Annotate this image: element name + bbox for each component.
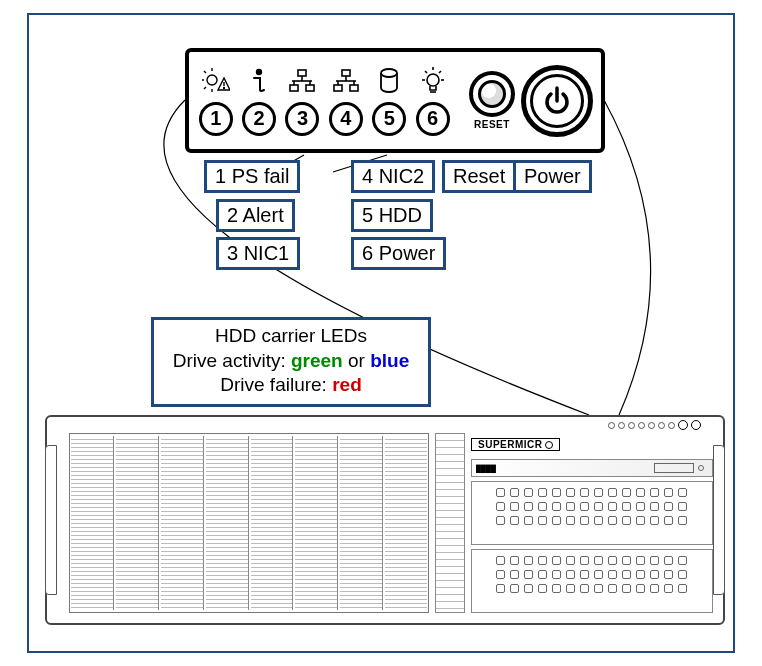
label-nic1: 3 NIC1 bbox=[216, 237, 300, 270]
led-1: 1 bbox=[197, 66, 234, 136]
psu-module-1 bbox=[471, 481, 713, 545]
svg-rect-17 bbox=[306, 85, 314, 91]
svg-point-26 bbox=[427, 74, 439, 86]
svg-rect-16 bbox=[290, 85, 298, 91]
label-power-led: 6 Power bbox=[351, 237, 446, 270]
mid-vent-strip bbox=[435, 433, 465, 613]
psu-module-2 bbox=[471, 549, 713, 613]
cylinder-icon bbox=[374, 66, 404, 96]
network-icon bbox=[331, 66, 361, 96]
hdd-box-title: HDD carrier LEDs bbox=[160, 324, 422, 349]
label-reset: Reset bbox=[442, 160, 516, 193]
label-alert: 2 Alert bbox=[216, 199, 295, 232]
network-icon bbox=[287, 66, 317, 96]
hdd-led-info-box: HDD carrier LEDs Drive activity: green o… bbox=[151, 317, 431, 407]
svg-rect-23 bbox=[334, 85, 342, 91]
reset-button-label: RESET bbox=[474, 119, 510, 130]
label-ps-fail: 1 PS fail bbox=[204, 160, 300, 193]
svg-point-25 bbox=[381, 69, 397, 77]
label-power: Power bbox=[513, 160, 592, 193]
hdd-box-failure: Drive failure: red bbox=[160, 373, 422, 398]
led-number-5: 5 bbox=[372, 102, 406, 136]
svg-line-7 bbox=[204, 87, 206, 89]
led-5: 5 bbox=[371, 66, 408, 136]
drive-bay[interactable] bbox=[71, 436, 114, 610]
bulb-icon bbox=[418, 66, 448, 96]
drive-bay[interactable] bbox=[206, 436, 249, 610]
led-3: 3 bbox=[284, 66, 321, 136]
mini-power-icon[interactable] bbox=[691, 420, 701, 430]
drive-bay[interactable] bbox=[116, 436, 159, 610]
light-warning-icon bbox=[201, 66, 231, 96]
server-chassis: SUPERMICR ████ bbox=[45, 415, 725, 625]
led-number-1: 1 bbox=[199, 102, 233, 136]
led-number-4: 4 bbox=[329, 102, 363, 136]
svg-rect-11 bbox=[298, 70, 306, 76]
hdd-box-activity: Drive activity: green or blue bbox=[160, 349, 422, 374]
activity-or: or bbox=[343, 350, 370, 371]
chassis-control-strip bbox=[465, 419, 707, 431]
drive-bay[interactable] bbox=[385, 436, 427, 610]
mini-reset-icon[interactable] bbox=[678, 420, 688, 430]
drive-bay[interactable] bbox=[340, 436, 383, 610]
svg-point-10 bbox=[257, 69, 261, 73]
info-icon bbox=[244, 66, 274, 96]
svg-point-9 bbox=[223, 87, 224, 88]
power-button[interactable] bbox=[521, 65, 593, 137]
failure-prefix: Drive failure: bbox=[220, 374, 332, 395]
diagram-frame: 1 2 3 4 5 bbox=[27, 13, 735, 653]
brand-badge: SUPERMICR bbox=[471, 438, 560, 451]
right-module-stack: SUPERMICR ████ bbox=[471, 433, 713, 613]
activity-blue: blue bbox=[370, 350, 409, 371]
control-panel-callout: 1 2 3 4 5 bbox=[185, 48, 605, 153]
activity-prefix: Drive activity: bbox=[173, 350, 291, 371]
led-6: 6 bbox=[414, 66, 451, 136]
activity-green: green bbox=[291, 350, 343, 371]
drive-bay[interactable] bbox=[251, 436, 294, 610]
failure-red: red bbox=[332, 374, 362, 395]
svg-rect-24 bbox=[350, 85, 358, 91]
rack-ear-left bbox=[45, 445, 57, 595]
power-icon bbox=[540, 84, 574, 118]
drive-bay[interactable] bbox=[161, 436, 204, 610]
led-4: 4 bbox=[327, 66, 364, 136]
drive-bay[interactable] bbox=[295, 436, 338, 610]
reset-button[interactable]: RESET bbox=[469, 71, 515, 130]
rack-ear-right bbox=[713, 445, 725, 595]
svg-line-30 bbox=[425, 71, 427, 73]
led-number-3: 3 bbox=[285, 102, 319, 136]
svg-line-6 bbox=[204, 71, 206, 73]
optical-control-strip: ████ bbox=[471, 459, 713, 477]
led-2: 2 bbox=[240, 66, 277, 136]
drive-cage bbox=[69, 433, 429, 613]
svg-rect-18 bbox=[342, 70, 350, 76]
label-nic2: 4 NIC2 bbox=[351, 160, 435, 193]
led-number-6: 6 bbox=[416, 102, 450, 136]
svg-line-31 bbox=[439, 71, 441, 73]
label-hdd: 5 HDD bbox=[351, 199, 433, 232]
svg-point-2 bbox=[207, 75, 217, 85]
led-number-2: 2 bbox=[242, 102, 276, 136]
